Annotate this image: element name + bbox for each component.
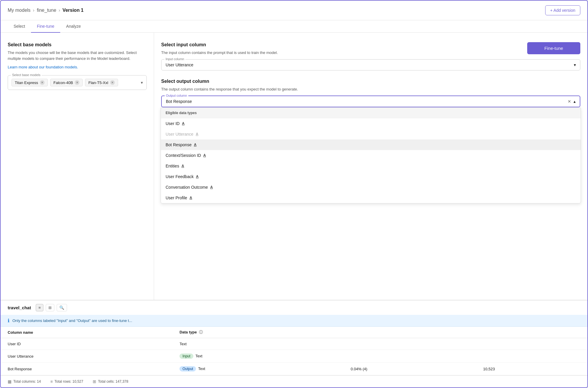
- breadcrumb-mymodels[interactable]: My models: [8, 8, 30, 13]
- dropdown-item-userid-label: User ID: [166, 121, 179, 126]
- output-dropdown-arrow[interactable]: ▴: [574, 99, 576, 104]
- dropdown-item-utterance: User Utterance A: [161, 129, 581, 139]
- table-row: User Utterance Input Text: [1, 350, 587, 363]
- col-header-type: Data type ⓘ: [172, 327, 344, 338]
- row-userid-type: Text: [172, 338, 344, 350]
- input-field-arrow: ▾: [574, 63, 576, 67]
- dropdown-item-entities[interactable]: Entities A: [161, 161, 581, 171]
- base-models-field-label: Select base models: [11, 73, 42, 77]
- table-footer: ▦ Total columns: 14 ≡ Total rows: 10,527…: [1, 375, 587, 387]
- tab-finetune[interactable]: Fine-tune: [31, 20, 60, 33]
- dropdown-item-userprofile[interactable]: User Profile A: [161, 193, 581, 203]
- input-field-value: User Utterance: [166, 63, 193, 67]
- row-userid-count: [476, 338, 587, 350]
- dropdown-item-convoutcome[interactable]: Conversation Outcome A: [161, 182, 581, 193]
- col-type-info-icon[interactable]: ⓘ: [199, 330, 203, 334]
- base-models-tags: Titan Express × Falcon-40B × Flan-T5-Xxl…: [12, 78, 143, 87]
- base-models-desc: The models you choose will be the base m…: [8, 50, 147, 61]
- list-view-button[interactable]: ≡: [36, 304, 43, 311]
- row-botresponse-badge-type: Output Text: [172, 363, 344, 375]
- dropdown-item-userprofile-label: User Profile: [166, 195, 187, 200]
- table-row: Bot Response Output Text 0.04% (4) 10,52…: [1, 363, 587, 375]
- rows-icon: ≡: [50, 379, 53, 384]
- base-models-field: Select base models Titan Express × Falco…: [8, 75, 147, 90]
- tag-flan-remove[interactable]: ×: [110, 80, 115, 85]
- row-userid-pct: [344, 338, 476, 350]
- output-clear-button[interactable]: ✕: [568, 99, 571, 104]
- footer-rows-text: Total rows: 10,527: [55, 379, 83, 384]
- tab-analyze[interactable]: Analyze: [60, 20, 87, 33]
- input-column-field[interactable]: Input column User Utterance ▾: [161, 59, 580, 70]
- dropdown-item-botresponse-label: Bot Response: [166, 142, 192, 147]
- grid-view-button[interactable]: ⊞: [46, 304, 54, 311]
- table-row: User ID Text: [1, 338, 587, 350]
- header: My models › fine_tune › Version 1 + Add …: [1, 1, 587, 20]
- dropdown-item-userid[interactable]: User ID A: [161, 118, 581, 129]
- tag-flan-label: Flan-T5-Xxl: [88, 80, 108, 85]
- row-botresponse-pct: 0.04% (4): [344, 363, 476, 375]
- dropdown-item-userfeedback-label: User Feedback: [166, 174, 194, 179]
- footer-cells-text: Total cells: 147,378: [98, 379, 128, 384]
- input-field-label: Input column: [164, 57, 185, 61]
- output-wrapper: Output column Bot Response ✕ ▴ Eligible …: [161, 96, 580, 107]
- output-col-desc: The output column contains the response …: [161, 86, 580, 92]
- footer-rows: ≡ Total rows: 10,527: [50, 379, 83, 384]
- footer-cols-text: Total columns: 14: [13, 379, 41, 384]
- info-banner: ℹ Only the columns labeled "Input" and "…: [1, 315, 587, 327]
- col-header-name: Column name: [1, 327, 172, 338]
- row-utterance-badge-type: Input Text: [172, 350, 344, 363]
- dropdown-item-userfeedback[interactable]: User Feedback A: [161, 171, 581, 182]
- tag-falcon-remove[interactable]: ×: [75, 80, 79, 85]
- row-userid-name: User ID: [1, 338, 172, 350]
- dropdown-item-contextid[interactable]: Context/Session ID A: [161, 150, 581, 161]
- dropdown-scroll[interactable]: User ID A User Utterance A Bot Response …: [161, 118, 581, 203]
- botresponse-badge: Output: [179, 366, 196, 371]
- left-panel: Select base models The models you choose…: [1, 33, 154, 300]
- info-banner-text: Only the columns labeled "Input" and "Ou…: [12, 318, 132, 323]
- dropdown-item-userfeedback-type: A: [196, 175, 199, 179]
- input-col-title: Select input column: [161, 42, 580, 47]
- tab-select[interactable]: Select: [8, 20, 31, 33]
- input-col-desc: The input column contains the prompt tha…: [161, 50, 580, 56]
- footer-cols: ▦ Total columns: 14: [8, 379, 41, 384]
- table-name: travel_chat: [8, 305, 31, 310]
- tag-titan-remove[interactable]: ×: [40, 80, 45, 85]
- table-area: travel_chat ≡ ⊞ 🔍 ℹ Only the columns lab…: [1, 300, 587, 387]
- cols-icon: ▦: [8, 379, 12, 384]
- row-botresponse-name: Bot Response: [1, 363, 172, 375]
- row-utterance-count: [476, 350, 587, 363]
- dropdown-item-utterance-label: User Utterance: [166, 132, 193, 137]
- tag-falcon-label: Falcon-40B: [53, 80, 73, 85]
- output-col-title: Select output column: [161, 79, 580, 84]
- tag-flan: Flan-T5-Xxl ×: [85, 79, 118, 86]
- dropdown-item-userid-type: A: [182, 121, 184, 126]
- tag-falcon: Falcon-40B ×: [50, 79, 83, 86]
- dropdown-item-entities-label: Entities: [166, 164, 179, 168]
- base-models-title: Select base models: [8, 42, 147, 47]
- dropdown-item-botresponse-type: A: [194, 143, 197, 147]
- fine-tune-button[interactable]: Fine-tune: [527, 42, 580, 54]
- breadcrumb-finetune[interactable]: fine_tune: [37, 8, 56, 13]
- tag-titan-label: Titan Express: [15, 80, 38, 85]
- table-view-icons: ≡ ⊞ 🔍: [36, 304, 67, 311]
- main-content: Select base models The models you choose…: [1, 33, 587, 300]
- utterance-badge: Input: [179, 354, 193, 359]
- base-models-dropdown-arrow[interactable]: ▾: [141, 80, 143, 85]
- info-icon: ℹ: [8, 318, 9, 323]
- output-dropdown-menu: Eligible data types User ID A User Utter…: [161, 108, 581, 203]
- dropdown-item-botresponse[interactable]: Bot Response A: [161, 139, 581, 150]
- col-header-pct: [344, 327, 476, 338]
- tag-titan: Titan Express ×: [12, 79, 48, 86]
- search-button[interactable]: 🔍: [57, 304, 67, 311]
- learn-more-link[interactable]: Learn more about our foundation models.: [8, 65, 147, 69]
- dropdown-section-header: Eligible data types: [161, 108, 581, 118]
- add-version-button[interactable]: + Add version: [545, 5, 580, 15]
- tabs-bar: Select Fine-tune Analyze: [1, 20, 587, 33]
- dropdown-item-convoutcome-type: A: [210, 185, 213, 189]
- footer-cells: ⊞ Total cells: 147,378: [93, 379, 128, 384]
- dropdown-item-utterance-type: A: [196, 132, 198, 136]
- output-column-field[interactable]: Output column Bot Response ✕ ▴: [161, 96, 580, 107]
- right-panel: Fine-tune Select input column The input …: [154, 33, 587, 300]
- data-table: Column name Data type ⓘ User ID Text: [1, 327, 587, 375]
- cells-icon: ⊞: [93, 379, 96, 384]
